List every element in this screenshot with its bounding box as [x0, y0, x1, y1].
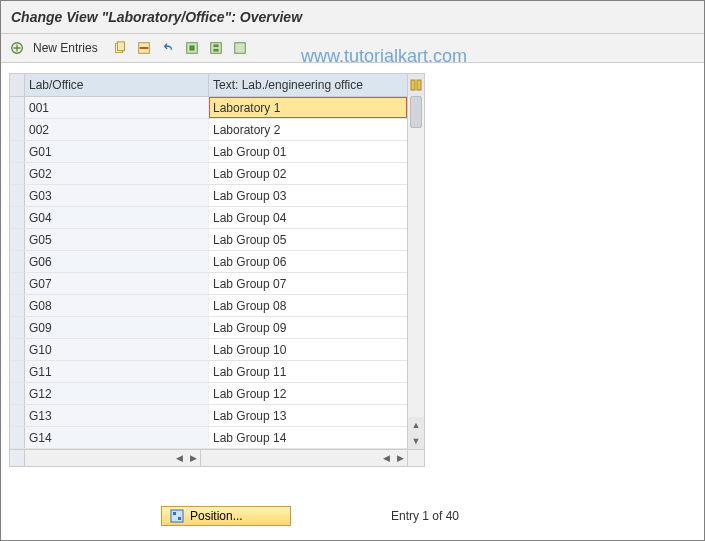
table-row[interactable]: G10Lab Group 10: [10, 339, 407, 361]
cell-lab-office[interactable]: G07: [25, 273, 209, 294]
scroll-up-icon[interactable]: ▲: [408, 417, 424, 433]
new-entries-button[interactable]: New Entries: [33, 41, 98, 55]
row-selector[interactable]: [10, 317, 25, 338]
cell-lab-office[interactable]: G04: [25, 207, 209, 228]
col-header-lab-office[interactable]: Lab/Office: [25, 74, 209, 96]
row-selector[interactable]: [10, 141, 25, 162]
cell-lab-office[interactable]: G10: [25, 339, 209, 360]
cell-text[interactable]: Lab Group 02: [209, 163, 407, 184]
row-selector[interactable]: [10, 207, 25, 228]
cell-text[interactable]: Lab Group 04: [209, 207, 407, 228]
scroll-down-icon[interactable]: ▼: [408, 433, 424, 449]
row-selector[interactable]: [10, 163, 25, 184]
row-selector[interactable]: [10, 119, 25, 140]
svg-rect-2: [117, 42, 124, 51]
position-label: Position...: [190, 509, 243, 523]
table-row[interactable]: G01Lab Group 01: [10, 141, 407, 163]
table-row[interactable]: G05Lab Group 05: [10, 229, 407, 251]
cell-text[interactable]: Lab Group 13: [209, 405, 407, 426]
svg-rect-12: [171, 510, 183, 522]
deselect-all-icon[interactable]: [230, 38, 250, 58]
cell-lab-office[interactable]: G01: [25, 141, 209, 162]
horizontal-scrollbar[interactable]: ◀ ▶ ◀ ▶: [9, 450, 425, 467]
hscroll-right2-icon[interactable]: ▶: [393, 451, 407, 465]
svg-rect-5: [189, 45, 194, 50]
cell-lab-office[interactable]: G11: [25, 361, 209, 382]
cell-text[interactable]: Lab Group 10: [209, 339, 407, 360]
svg-rect-7: [213, 45, 218, 48]
cell-text[interactable]: Lab Group 08: [209, 295, 407, 316]
table-row[interactable]: G03Lab Group 03: [10, 185, 407, 207]
delete-icon[interactable]: [134, 38, 154, 58]
undo-icon[interactable]: [158, 38, 178, 58]
table-row[interactable]: G08Lab Group 08: [10, 295, 407, 317]
cell-lab-office[interactable]: G08: [25, 295, 209, 316]
table-row[interactable]: G07Lab Group 07: [10, 273, 407, 295]
cell-lab-office[interactable]: G13: [25, 405, 209, 426]
cell-text[interactable]: Lab Group 07: [209, 273, 407, 294]
cell-text[interactable]: Laboratory 1: [209, 97, 407, 118]
row-selector[interactable]: [10, 339, 25, 360]
svg-rect-8: [213, 49, 218, 52]
content-area: Lab/Office Text: Lab./engineering office…: [1, 63, 704, 493]
cell-lab-office[interactable]: G06: [25, 251, 209, 272]
row-selector[interactable]: [10, 405, 25, 426]
scroll-thumb[interactable]: [410, 96, 422, 128]
cell-text[interactable]: Lab Group 12: [209, 383, 407, 404]
hscroll-left2-icon[interactable]: ◀: [379, 451, 393, 465]
col-header-text[interactable]: Text: Lab./engineering office: [209, 74, 407, 96]
cell-lab-office[interactable]: G03: [25, 185, 209, 206]
hscroll-right-icon[interactable]: ▶: [186, 451, 200, 465]
cell-text[interactable]: Lab Group 01: [209, 141, 407, 162]
cell-text[interactable]: Lab Group 09: [209, 317, 407, 338]
cell-text[interactable]: Lab Group 14: [209, 427, 407, 448]
row-selector[interactable]: [10, 185, 25, 206]
row-selector[interactable]: [10, 97, 25, 118]
table-row[interactable]: G02Lab Group 02: [10, 163, 407, 185]
row-selector[interactable]: [10, 361, 25, 382]
table-row[interactable]: 002Laboratory 2: [10, 119, 407, 141]
row-selector[interactable]: [10, 383, 25, 404]
vertical-scrollbar[interactable]: ▲ ▼: [407, 74, 424, 449]
header-selector[interactable]: [10, 74, 25, 96]
cell-text[interactable]: Lab Group 05: [209, 229, 407, 250]
hscroll-left-icon[interactable]: ◀: [172, 451, 186, 465]
cell-lab-office[interactable]: G09: [25, 317, 209, 338]
table-row[interactable]: G14Lab Group 14: [10, 427, 407, 449]
scroll-track[interactable]: [408, 96, 424, 417]
footer: Position... Entry 1 of 40: [1, 506, 704, 526]
cell-lab-office[interactable]: G02: [25, 163, 209, 184]
table-row[interactable]: G04Lab Group 04: [10, 207, 407, 229]
row-selector[interactable]: [10, 251, 25, 272]
table-row[interactable]: 001Laboratory 1: [10, 97, 407, 119]
row-selector[interactable]: [10, 295, 25, 316]
sap-window: Change View "Laboratory/Office": Overvie…: [0, 0, 705, 541]
select-block-icon[interactable]: [206, 38, 226, 58]
table-row[interactable]: G12Lab Group 12: [10, 383, 407, 405]
svg-rect-11: [417, 80, 421, 90]
cell-lab-office[interactable]: G05: [25, 229, 209, 250]
cell-text[interactable]: Lab Group 06: [209, 251, 407, 272]
table-row[interactable]: G06Lab Group 06: [10, 251, 407, 273]
cell-lab-office[interactable]: G12: [25, 383, 209, 404]
cell-lab-office[interactable]: 001: [25, 97, 209, 118]
select-all-icon[interactable]: [182, 38, 202, 58]
configure-columns-icon[interactable]: [408, 74, 424, 97]
row-selector[interactable]: [10, 229, 25, 250]
table-row[interactable]: G09Lab Group 09: [10, 317, 407, 339]
other-view-icon[interactable]: [7, 38, 27, 58]
copy-icon[interactable]: [110, 38, 130, 58]
row-selector[interactable]: [10, 427, 25, 448]
cell-text[interactable]: Lab Group 03: [209, 185, 407, 206]
position-button[interactable]: Position...: [161, 506, 291, 526]
cell-lab-office[interactable]: G14: [25, 427, 209, 448]
table-row[interactable]: G11Lab Group 11: [10, 361, 407, 383]
grid-header: Lab/Office Text: Lab./engineering office: [10, 74, 407, 97]
cell-lab-office[interactable]: 002: [25, 119, 209, 140]
svg-rect-10: [411, 80, 415, 90]
table-row[interactable]: G13Lab Group 13: [10, 405, 407, 427]
row-selector[interactable]: [10, 273, 25, 294]
svg-rect-6: [210, 43, 221, 54]
cell-text[interactable]: Lab Group 11: [209, 361, 407, 382]
cell-text[interactable]: Laboratory 2: [209, 119, 407, 140]
